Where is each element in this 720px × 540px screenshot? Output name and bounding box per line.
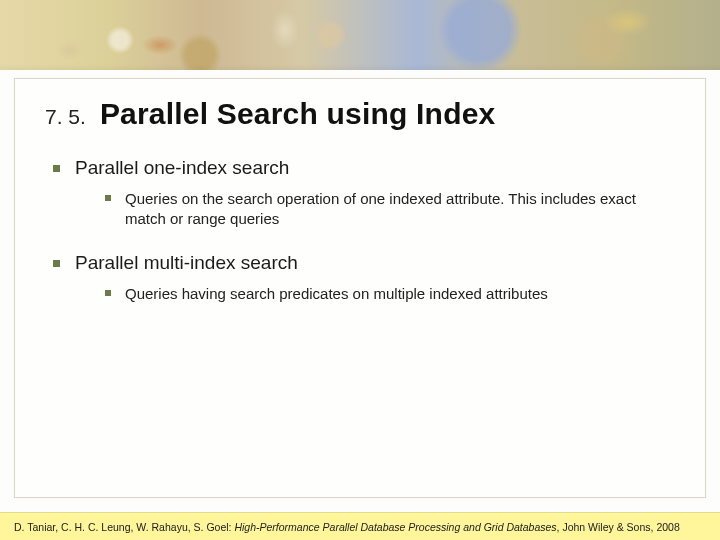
bullet-text: Parallel multi-index search <box>75 252 298 273</box>
footer-bar: D. Taniar, C. H. C. Leung, W. Rahayu, S.… <box>0 512 720 540</box>
footer-publisher: , John Wiley & Sons, 2008 <box>557 521 680 533</box>
bullet-text: Parallel one-index search <box>75 157 289 178</box>
sub-list-item: Queries on the search operation of one i… <box>105 189 645 230</box>
sub-list: Queries having search predicates on mult… <box>105 284 693 304</box>
content-frame: 7. 5. Parallel Search using Index Parall… <box>14 78 706 498</box>
list-item: Parallel multi-index search Queries havi… <box>53 252 693 304</box>
sub-bullet-text: Queries having search predicates on mult… <box>125 285 548 302</box>
bullet-list: Parallel one-index search Queries on the… <box>53 157 693 304</box>
sub-list-item: Queries having search predicates on mult… <box>105 284 645 304</box>
title-row: 7. 5. Parallel Search using Index <box>45 97 693 131</box>
footer-book-title: High-Performance Parallel Database Proce… <box>234 521 556 533</box>
slide: 7. 5. Parallel Search using Index Parall… <box>0 0 720 540</box>
sub-list: Queries on the search operation of one i… <box>105 189 693 230</box>
decorative-banner <box>0 0 720 70</box>
footer-authors: D. Taniar, C. H. C. Leung, W. Rahayu, S.… <box>14 521 234 533</box>
slide-title: Parallel Search using Index <box>100 97 496 131</box>
section-number: 7. 5. <box>45 105 86 129</box>
list-item: Parallel one-index search Queries on the… <box>53 157 693 230</box>
footer-citation: D. Taniar, C. H. C. Leung, W. Rahayu, S.… <box>14 521 680 533</box>
sub-bullet-text: Queries on the search operation of one i… <box>125 190 636 227</box>
